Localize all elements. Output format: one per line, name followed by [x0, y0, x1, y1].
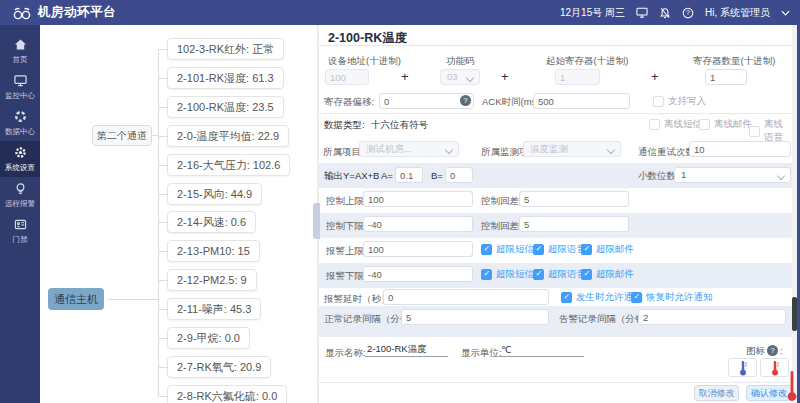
- icon-info-icon[interactable]: ?: [767, 345, 778, 356]
- app-root: 机房动环平台 12月15号 周三 ?: [0, 0, 800, 403]
- edge-thermometer-icon: [786, 370, 798, 403]
- checkbox-checked-icon: [581, 269, 592, 280]
- sidebar-item-remote-alarm[interactable]: 远程报警: [0, 177, 40, 213]
- tree-leaf-sensor[interactable]: 2-9-甲烷: 0.0: [167, 327, 250, 349]
- tree-leaf-sensor[interactable]: 2-101-RK湿度: 61.3: [167, 67, 284, 89]
- register-count-input[interactable]: [705, 69, 747, 85]
- offline-mail-checkbox[interactable]: 离线邮件: [699, 118, 752, 131]
- write-support-checkbox[interactable]: 支持写入: [653, 95, 706, 108]
- app-title: 机房动环平台: [38, 4, 116, 21]
- user-menu[interactable]: Hi, 系统管理员: [705, 6, 770, 20]
- checkbox-checked-icon: [561, 292, 572, 303]
- decimal-places-label: 小数位数:: [638, 170, 679, 183]
- retry-count-input[interactable]: [689, 141, 791, 157]
- project-select[interactable]: 测试机房...: [359, 141, 459, 157]
- over-limit-voice-checkbox[interactable]: 超限语音: [533, 243, 586, 256]
- access-card-icon: [14, 218, 27, 233]
- data-type-label: 数据类型:: [324, 119, 365, 132]
- tree-leaf-sensor[interactable]: 2-13-PM10: 15: [167, 240, 260, 262]
- alarm-upper-input[interactable]: [363, 241, 473, 257]
- alarm-lower-input[interactable]: [363, 266, 473, 282]
- coefficient-b-input[interactable]: [445, 167, 473, 183]
- tree-leaf-sensor[interactable]: 2-15-风向: 44.9: [167, 183, 262, 205]
- data-type-value: 十六位有符号: [371, 119, 428, 132]
- tree-leaf-sensor[interactable]: 2-8-RK六氟化硫: 0.0: [167, 385, 287, 403]
- thermometer-blue-icon-button[interactable]: [728, 358, 757, 377]
- data-center-icon: [14, 110, 27, 125]
- alarm-lower-label: 报警下限:: [326, 270, 367, 283]
- coefficient-a-input[interactable]: [395, 167, 423, 183]
- register-offset-label: 寄存器偏移:: [324, 96, 374, 109]
- display-unit-input[interactable]: [499, 343, 584, 357]
- icon-label: 图标: [746, 345, 765, 358]
- display-name-label: 显示名称:: [325, 347, 366, 360]
- start-register-input[interactable]: [555, 69, 600, 85]
- section-divider: [319, 113, 792, 114]
- tree-node-host[interactable]: 通信主机: [48, 288, 104, 310]
- cancel-button[interactable]: 取消修改: [694, 385, 739, 401]
- sidebar-item-access-control[interactable]: 门禁: [0, 213, 40, 249]
- control-hysteresis-lower-input[interactable]: [519, 216, 629, 232]
- plus-sign: +: [651, 69, 659, 84]
- checkbox-checked-icon: [481, 244, 492, 255]
- sidebar-item-data-center[interactable]: 数据中心: [0, 105, 40, 141]
- chevron-down-icon[interactable]: [781, 10, 790, 16]
- sidebar-item-home[interactable]: 首页: [0, 33, 40, 69]
- control-hysteresis-label: 控制回差:: [481, 220, 522, 233]
- tree-leaf-sensor[interactable]: 2-0-温度平均值: 22.9: [167, 125, 289, 147]
- offset-info-icon[interactable]: ?: [460, 95, 471, 106]
- control-lower-label: 控制下限:: [326, 220, 367, 233]
- checkbox-icon: [653, 96, 664, 107]
- over-limit-mail-checkbox[interactable]: 超限邮件: [581, 243, 634, 256]
- thermometer-red-icon: [770, 360, 780, 376]
- topbar: 机房动环平台 12月15号 周三 ?: [0, 0, 800, 25]
- thermometer-red-icon-button[interactable]: [760, 358, 789, 377]
- tree-node-channel[interactable]: 第二个通道: [92, 125, 152, 146]
- over-limit-sms-checkbox[interactable]: 超限短信: [481, 268, 534, 281]
- checkbox-icon: [699, 119, 710, 130]
- display-name-input[interactable]: [365, 343, 448, 357]
- monitor-item-select[interactable]: 温度监测: [523, 141, 621, 157]
- topbar-date: 12月15号 周三: [560, 6, 625, 20]
- over-limit-mail-checkbox[interactable]: 超限邮件: [581, 268, 634, 281]
- bell-muted-icon[interactable]: [659, 7, 671, 19]
- control-lower-input[interactable]: [363, 216, 473, 232]
- alarm-delay-input[interactable]: [383, 289, 549, 305]
- function-code-select[interactable]: 03: [440, 69, 480, 85]
- function-code-label: 功能码: [446, 55, 475, 68]
- gear-icon: [14, 146, 27, 161]
- checkbox-checked-icon: [481, 269, 492, 280]
- sidebar-item-system-settings[interactable]: 系统设置: [0, 141, 40, 177]
- alarm-upper-label: 报警上限:: [326, 245, 367, 258]
- device-tree: 通信主机 第二个通道 102-3-RK红外: 正常2-101-RK湿度: 61.…: [40, 25, 318, 403]
- offline-sms-checkbox[interactable]: 离线短信: [649, 118, 702, 131]
- sidebar-item-monitor-center[interactable]: 监控中心: [0, 69, 40, 105]
- logo: 机房动环平台: [0, 4, 116, 21]
- formula-label: 输出Y=AX+B: [324, 170, 379, 183]
- monitor-icon: [14, 74, 27, 89]
- panel-header: 2-100-RK温度: [319, 25, 792, 46]
- tree-leaf-sensor[interactable]: 2-12-PM2.5: 9: [167, 269, 257, 291]
- ack-time-input[interactable]: [533, 93, 630, 109]
- coefficient-a-label: A=: [381, 170, 393, 181]
- tree-leaf-sensor[interactable]: 2-11-噪声: 45.3: [167, 298, 261, 320]
- decimal-places-select[interactable]: 1: [674, 167, 791, 183]
- device-address-input[interactable]: [325, 69, 369, 85]
- tree-leaf-sensor[interactable]: 2-16-大气压力: 102.6: [167, 154, 290, 176]
- control-hysteresis-upper-input[interactable]: [519, 191, 629, 207]
- tree-leaf-sensor[interactable]: 2-14-风速: 0.6: [167, 211, 256, 233]
- notify-on-restore-checkbox[interactable]: 恢复时允许通知: [631, 291, 713, 304]
- tree-leaf-sensor[interactable]: 102-3-RK红外: 正常: [167, 38, 284, 60]
- alarm-interval-input[interactable]: [638, 309, 786, 325]
- tree-leaf-sensor[interactable]: 2-100-RK温度: 23.5: [167, 96, 284, 118]
- screen-icon[interactable]: [636, 7, 648, 18]
- control-upper-input[interactable]: [363, 191, 473, 207]
- tree-leaf-sensor[interactable]: 2-7-RK氧气: 20.9: [167, 356, 271, 378]
- panel-collapse-handle[interactable]: [313, 203, 320, 239]
- over-limit-sms-checkbox[interactable]: 超限短信: [481, 243, 534, 256]
- normal-interval-input[interactable]: [401, 309, 549, 325]
- help-icon[interactable]: ?: [682, 7, 694, 19]
- over-limit-voice-checkbox[interactable]: 超限语音: [533, 268, 586, 281]
- checkbox-checked-icon: [533, 244, 544, 255]
- sensor-config-panel: 2-100-RK温度 设备地址(十进制) + 功能码 03 + 起始寄存器(十进…: [318, 25, 792, 403]
